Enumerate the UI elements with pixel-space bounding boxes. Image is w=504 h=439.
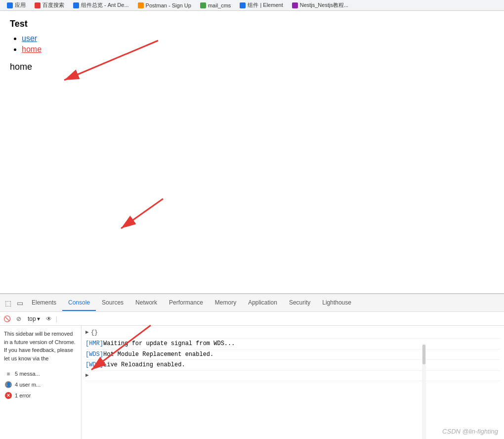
tab-application[interactable]: Application: [242, 295, 283, 311]
devtools-select-icon[interactable]: ⬚: [2, 297, 14, 309]
tab-label-nestjs: Nestjs_Nestjs教程...: [300, 1, 348, 9]
nav-item-home: home: [22, 45, 494, 54]
eye-icon-button[interactable]: 👁: [44, 314, 54, 324]
tab-network[interactable]: Network: [129, 295, 163, 311]
tab-sources[interactable]: Sources: [96, 295, 129, 311]
tab-nestjs[interactable]: Nestjs_Nestjs教程...: [289, 0, 351, 10]
toolbar-divider: |: [56, 315, 57, 322]
tab-security[interactable]: Security: [283, 295, 316, 311]
sidebar-item-errors[interactable]: ✕ 1 error: [4, 390, 77, 401]
tab-favicon-mailcms: [200, 2, 206, 8]
sidebar-item-user-messages[interactable]: 👤 4 user m...: [4, 379, 77, 390]
tab-favicon-postman: [138, 2, 144, 8]
hmr-message: Waiting for update signal from WDS...: [103, 340, 235, 348]
devtools-sidebar: This sidebar will be removed in a future…: [0, 326, 82, 439]
tab-favicon-element: [240, 2, 246, 8]
context-selector[interactable]: top ▾: [26, 314, 42, 323]
console-filter-input[interactable]: [59, 314, 502, 323]
error-icon: ✕: [5, 392, 12, 399]
context-label: top: [28, 315, 36, 322]
tab-label-apps: 应用: [15, 1, 26, 9]
list-icon: ≡: [5, 370, 12, 377]
expand-icon-2[interactable]: ▶: [85, 372, 89, 379]
console-output: ▶ {} [HMR] Waiting for update signal fro…: [82, 326, 504, 439]
tab-lighthouse[interactable]: Lighthouse: [316, 295, 357, 311]
devtools-main: This sidebar will be removed in a future…: [0, 326, 504, 439]
tab-apps[interactable]: 应用: [4, 0, 29, 10]
page-title: Test: [10, 19, 494, 29]
wds-message-1: Hot Module Replacement enabled.: [103, 351, 213, 359]
console-toolbar: 🚫 ⊘ top ▾ 👁 |: [0, 312, 504, 326]
filter-button[interactable]: ⊘: [14, 314, 24, 324]
tab-baidu[interactable]: 百度搜索: [32, 0, 67, 10]
tab-favicon-baidu: [35, 2, 41, 8]
expand-icon[interactable]: ▶: [85, 329, 89, 336]
clear-console-button[interactable]: 🚫: [2, 314, 12, 324]
wds-tag-2: [WDS]: [85, 361, 103, 369]
tab-label-antd: 组件总览 - Ant De...: [81, 1, 129, 9]
wds-message-2: Live Reloading enabled.: [103, 361, 185, 369]
console-line-object: ▶ {}: [85, 328, 500, 339]
sidebar-item-errors-label: 1 error: [15, 393, 31, 398]
user-icon: 👤: [5, 381, 12, 388]
nav-item-user: user: [22, 34, 494, 43]
tab-element[interactable]: 组件 | Element: [237, 0, 286, 10]
devtools-tabs-row: ⬚ ▭ Elements Console Sources Network Per…: [0, 294, 504, 312]
sidebar-message: This sidebar will be removed in a future…: [4, 330, 77, 362]
devtools-panel: ⬚ ▭ Elements Console Sources Network Per…: [0, 293, 504, 439]
watermark: CSDN @lin-fighting: [442, 428, 498, 435]
browser-topbar: 应用 百度搜索 组件总览 - Ant De... Postman - Sign …: [0, 0, 504, 11]
home-body-text: home: [10, 62, 494, 72]
page-content: Test user home home: [0, 11, 504, 293]
tab-mailcms[interactable]: mail_cms: [197, 1, 234, 9]
sidebar-item-messages[interactable]: ≡ 5 messa...: [4, 368, 77, 379]
tab-antd[interactable]: 组件总览 - Ant De...: [70, 0, 132, 10]
tab-label-postman: Postman - Sign Up: [146, 2, 191, 8]
tab-postman[interactable]: Postman - Sign Up: [135, 1, 194, 9]
wds-tag-1: [WDS]: [85, 351, 103, 359]
console-line-expand[interactable]: ▶: [85, 371, 500, 381]
tab-memory[interactable]: Memory: [209, 295, 242, 311]
tab-elements[interactable]: Elements: [26, 295, 62, 311]
tab-favicon-antd: [73, 2, 79, 8]
tab-label-baidu: 百度搜索: [42, 1, 64, 9]
tab-label-element: 组件 | Element: [248, 1, 283, 9]
nav-list: user home: [10, 34, 494, 54]
tab-favicon-nestjs: [292, 2, 298, 8]
devtools-device-icon[interactable]: ▭: [14, 297, 26, 309]
context-dropdown-icon: ▾: [37, 315, 40, 322]
nav-link-home[interactable]: home: [22, 45, 42, 53]
hmr-tag: [HMR]: [85, 340, 103, 348]
tab-performance[interactable]: Performance: [163, 295, 209, 311]
tab-console[interactable]: Console: [62, 295, 96, 311]
console-line-wds2: [WDS] Live Reloading enabled.: [85, 360, 500, 371]
console-line-hmr: [HMR] Waiting for update signal from WDS…: [85, 339, 500, 350]
tab-label-mailcms: mail_cms: [208, 2, 231, 8]
sidebar-item-messages-label: 5 messa...: [15, 371, 40, 377]
sidebar-item-user-messages-label: 4 user m...: [15, 382, 41, 388]
console-line-wds1: [WDS] Hot Module Replacement enabled.: [85, 350, 500, 360]
console-obj-text: {}: [91, 329, 98, 337]
tab-favicon-apps: [7, 2, 13, 8]
nav-link-user[interactable]: user: [22, 34, 37, 43]
